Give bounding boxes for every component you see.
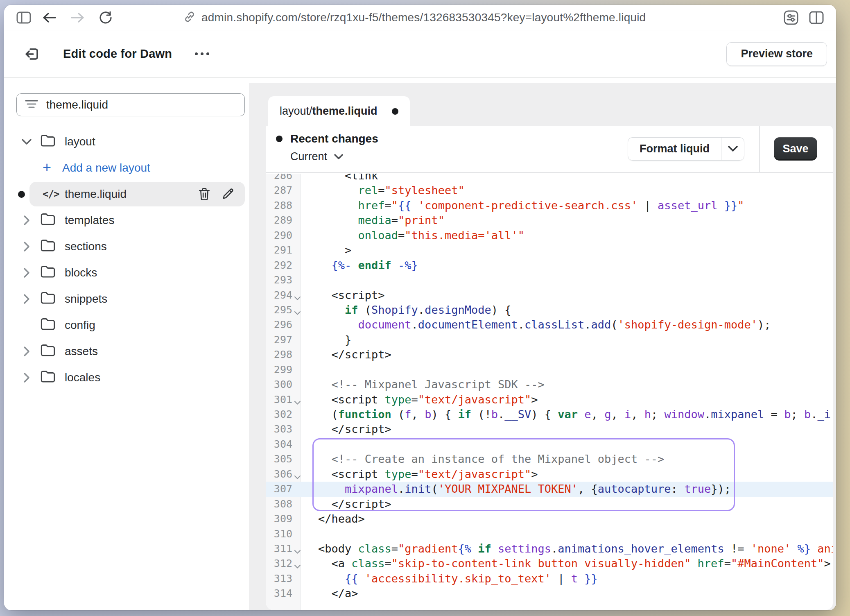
- code-line-302[interactable]: 302 (function (f, b) { if (!b.__SV) { va…: [266, 407, 833, 422]
- line-number: 313: [266, 571, 301, 586]
- code-fold-icon[interactable]: [294, 401, 301, 405]
- code-line-288[interactable]: 288 href="{{ 'component-predictive-searc…: [266, 198, 833, 213]
- code-line-312[interactable]: 312 <a class="skip-to-content-link butto…: [266, 556, 833, 571]
- editor-column: layout/theme.liquid Recent changes Curre…: [266, 83, 833, 610]
- code-text: [301, 273, 833, 288]
- line-number: 293: [266, 273, 301, 288]
- file-tree: layout+Add a new layout</>theme.liquidte…: [4, 129, 249, 391]
- sidebar-item-assets[interactable]: assets: [4, 338, 249, 365]
- file-search-input[interactable]: theme.liquid: [16, 93, 245, 116]
- sidebar-item-snippets[interactable]: snippets: [4, 286, 249, 312]
- more-menu-button[interactable]: [191, 47, 213, 61]
- line-number: 303: [266, 422, 301, 437]
- code-line-293[interactable]: 293: [266, 273, 833, 288]
- format-liquid-button[interactable]: Format liquid: [628, 137, 744, 161]
- address-bar[interactable]: admin.shopify.com/store/rzq1xu-f5/themes…: [183, 11, 782, 25]
- line-number: 297: [266, 333, 301, 347]
- recent-changes-heading: Recent changes: [276, 132, 378, 145]
- forward-icon[interactable]: [69, 9, 87, 27]
- line-number: 305: [266, 452, 301, 467]
- tab-theme-liquid[interactable]: layout/theme.liquid: [268, 96, 410, 126]
- code-line-296[interactable]: 296 document.documentElement.classList.a…: [266, 317, 833, 332]
- sidebar-item-blocks[interactable]: blocks: [4, 260, 249, 286]
- code-line-306[interactable]: 306 <script type="text/javascript">: [266, 467, 833, 482]
- code-lines: 286 <link287 rel="stylesheet"288 href="{…: [266, 174, 833, 601]
- line-number: 294: [266, 288, 301, 303]
- split-view-icon[interactable]: [807, 9, 825, 27]
- code-line-289[interactable]: 289 media="print": [266, 213, 833, 228]
- sidebar-action-add-a-new-layout[interactable]: +Add a new layout: [4, 155, 249, 181]
- code-file-icon: </>: [43, 188, 59, 200]
- code-line-286[interactable]: 286 <link: [266, 174, 833, 183]
- code-line-297[interactable]: 297 }: [266, 333, 833, 347]
- code-editor[interactable]: 286 <link287 rel="stylesheet"288 href="{…: [266, 174, 833, 610]
- code-fold-icon[interactable]: [294, 311, 301, 315]
- version-dropdown[interactable]: Current: [290, 150, 378, 163]
- sidebar-item-config[interactable]: config: [4, 312, 249, 338]
- tab-label: layout/theme.liquid: [280, 105, 378, 118]
- code-text: </script>: [301, 347, 833, 362]
- code-line-307[interactable]: 307 mixpanel.init('YOUR_MIXPANEL_TOKEN',…: [266, 482, 833, 496]
- code-fold-icon[interactable]: [294, 550, 301, 554]
- code-line-287[interactable]: 287 rel="stylesheet": [266, 183, 833, 198]
- code-line-313[interactable]: 313 {{ 'accessibility.skip_to_text' | t …: [266, 571, 833, 586]
- line-number: 287: [266, 183, 301, 198]
- code-line-310[interactable]: 310: [266, 527, 833, 541]
- save-button[interactable]: Save: [774, 137, 817, 161]
- code-text: <script>: [301, 288, 833, 303]
- code-text: if (Shopify.designMode) {: [301, 303, 833, 317]
- code-line-292[interactable]: 292 {%- endif -%}: [266, 258, 833, 273]
- code-line-290[interactable]: 290 onload="this.media='all'": [266, 228, 833, 243]
- trash-icon[interactable]: [198, 188, 210, 201]
- code-text: <script type="text/javascript">: [301, 392, 833, 407]
- line-number: 311: [266, 541, 301, 556]
- code-line-301[interactable]: 301 <script type="text/javascript">: [266, 392, 833, 407]
- code-line-291[interactable]: 291 >: [266, 243, 833, 258]
- line-number: 310: [266, 527, 301, 541]
- reload-icon[interactable]: [97, 9, 115, 27]
- page-title: Edit code for Dawn: [63, 47, 172, 61]
- code-text: </head>: [301, 512, 833, 526]
- code-text: </script>: [301, 422, 833, 437]
- sidebar-item-locales[interactable]: locales: [4, 365, 249, 391]
- sidebar-item-theme-liquid[interactable]: </>theme.liquid: [4, 181, 249, 207]
- code-text: [301, 527, 833, 541]
- sidebar-item-templates[interactable]: templates: [4, 207, 249, 233]
- code-line-303[interactable]: 303 </script>: [266, 422, 833, 437]
- folder-icon: [40, 370, 56, 383]
- code-line-309[interactable]: 309</head>: [266, 512, 833, 526]
- code-text: </script>: [301, 497, 833, 512]
- code-line-308[interactable]: 308 </script>: [266, 497, 833, 512]
- desktop: { "browser": { "url": "admin.shopify.com…: [0, 0, 850, 616]
- code-line-294[interactable]: 294 <script>: [266, 288, 833, 303]
- preview-store-button[interactable]: Preview store: [726, 42, 827, 66]
- code-fold-icon[interactable]: [294, 296, 301, 301]
- exit-icon[interactable]: [20, 43, 43, 66]
- code-line-298[interactable]: 298 </script>: [266, 347, 833, 362]
- code-fold-icon[interactable]: [294, 475, 301, 480]
- code-line-311[interactable]: 311<body class="gradient{% if settings.a…: [266, 541, 833, 556]
- back-icon[interactable]: [40, 9, 58, 27]
- modified-dot-icon: [18, 191, 25, 198]
- code-line-305[interactable]: 305 <!-- Create an instance of the Mixpa…: [266, 452, 833, 467]
- code-line-300[interactable]: 300 <!-- Mixpanel Javascript SDK -->: [266, 377, 833, 392]
- browser-window: admin.shopify.com/store/rzq1xu-f5/themes…: [4, 5, 836, 610]
- tune-icon[interactable]: [782, 9, 800, 27]
- code-text: rel="stylesheet": [301, 183, 833, 198]
- code-line-299[interactable]: 299: [266, 362, 833, 377]
- app-header: Edit code for Dawn Preview store: [4, 30, 836, 78]
- code-line-304[interactable]: 304: [266, 437, 833, 452]
- code-line-295[interactable]: 295 if (Shopify.designMode) {: [266, 303, 833, 317]
- content-area: theme.liquid layout+Add a new layout</>t…: [4, 83, 836, 610]
- line-number: 296: [266, 317, 301, 332]
- sidebar-item-layout[interactable]: layout: [4, 129, 249, 155]
- code-text: <script type="text/javascript">: [301, 467, 833, 482]
- sidebar-item-sections[interactable]: sections: [4, 233, 249, 260]
- code-line-314[interactable]: 314 </a>: [266, 586, 833, 601]
- pencil-icon[interactable]: [222, 188, 234, 200]
- sidebar-toggle-icon[interactable]: [15, 9, 33, 27]
- code-text: <link: [301, 174, 833, 183]
- format-options-dropdown[interactable]: [721, 138, 744, 160]
- code-fold-icon[interactable]: [294, 564, 301, 569]
- code-text: >: [301, 243, 833, 258]
